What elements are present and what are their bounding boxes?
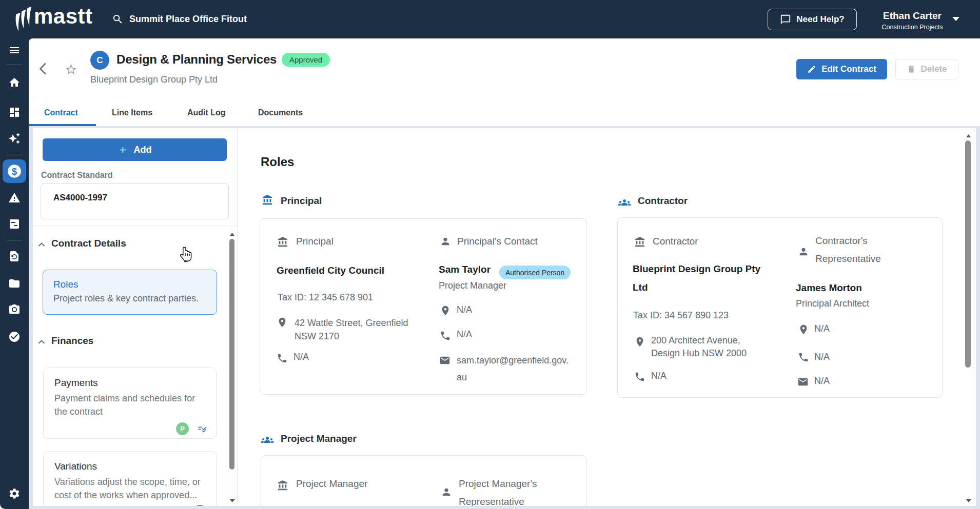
svg-text:$: $ — [12, 166, 17, 177]
